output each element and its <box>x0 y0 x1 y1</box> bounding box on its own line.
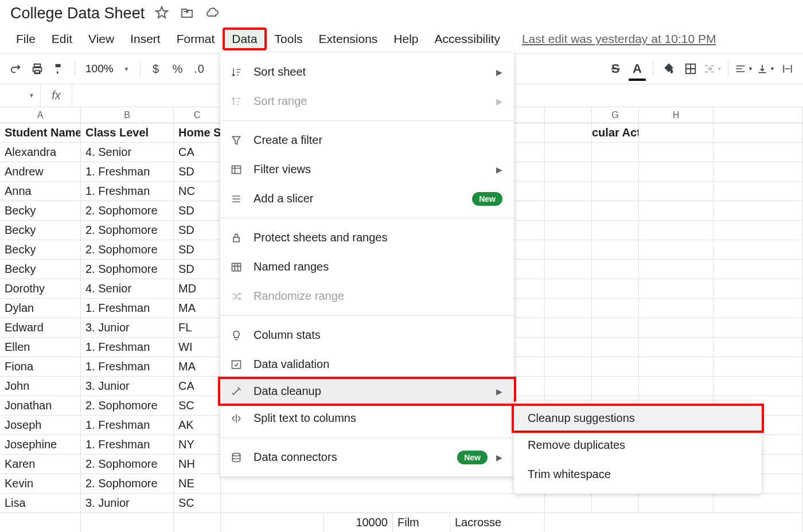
cell[interactable] <box>592 162 639 182</box>
cell[interactable] <box>714 260 803 279</box>
cell[interactable] <box>592 377 639 396</box>
cell[interactable] <box>714 162 803 182</box>
cell[interactable] <box>545 240 592 260</box>
cell[interactable]: 3. Junior <box>81 377 174 396</box>
cell[interactable] <box>592 494 639 513</box>
column-header[interactable]: H <box>639 107 714 123</box>
cell[interactable]: 1. Freshman <box>81 435 174 455</box>
menu-extensions[interactable]: Extensions <box>311 28 386 50</box>
cell[interactable]: Becky <box>0 221 81 240</box>
cell[interactable] <box>714 123 803 143</box>
cell[interactable] <box>714 299 803 318</box>
menu-item-add-a-slicer[interactable]: Add a slicerNew <box>220 184 514 213</box>
cell[interactable] <box>639 318 714 338</box>
cell[interactable]: Dylan <box>0 299 81 318</box>
cell[interactable]: Home S <box>174 123 221 143</box>
menu-item-data-validation[interactable]: Data validation <box>220 350 514 379</box>
cell[interactable]: Becky <box>0 260 81 279</box>
cell[interactable] <box>545 357 592 377</box>
cell[interactable]: WI <box>174 338 221 357</box>
borders-icon[interactable] <box>681 59 700 79</box>
cloud-icon[interactable] <box>205 6 219 22</box>
redo-icon[interactable] <box>6 59 25 79</box>
cell[interactable]: Karen <box>0 455 81 474</box>
cell[interactable]: 2. Sophomore <box>81 201 174 221</box>
cell[interactable] <box>592 260 639 279</box>
menu-data[interactable]: Data <box>223 28 266 50</box>
cell[interactable] <box>639 162 714 182</box>
menu-accessibility[interactable]: Accessibility <box>427 28 508 50</box>
cell[interactable]: Andrew <box>0 162 81 182</box>
cell[interactable]: SD <box>174 240 221 260</box>
cell[interactable]: Alexandra <box>0 143 81 162</box>
cell[interactable] <box>714 318 803 338</box>
cell[interactable] <box>545 162 592 182</box>
cell[interactable] <box>545 318 592 338</box>
submenu-item-trim-whitespace[interactable]: Trim whitespace <box>514 460 762 489</box>
cell[interactable] <box>639 338 714 357</box>
cell[interactable] <box>639 240 714 260</box>
cell[interactable]: 4. Senior <box>81 143 174 162</box>
name-box[interactable] <box>0 92 40 99</box>
cell[interactable]: MD <box>174 279 221 299</box>
cell[interactable]: 4. Senior <box>81 279 174 299</box>
cell[interactable] <box>545 279 592 299</box>
menu-format[interactable]: Format <box>169 28 223 50</box>
cell[interactable] <box>714 357 803 377</box>
menu-item-filter-views[interactable]: Filter views▶ <box>220 155 514 184</box>
wrap-icon[interactable] <box>778 59 797 79</box>
merge-icon[interactable]: ▼ <box>703 59 722 79</box>
menu-item-split-text-to-columns[interactable]: Split text to columns <box>220 404 514 433</box>
cell[interactable]: NH <box>174 455 221 474</box>
cell[interactable] <box>174 513 221 532</box>
cell[interactable] <box>592 221 639 240</box>
cell[interactable] <box>639 377 714 396</box>
fill-color-icon[interactable] <box>659 59 679 79</box>
cell[interactable] <box>714 240 803 260</box>
cell[interactable] <box>639 279 714 299</box>
menu-item-column-stats[interactable]: Column stats <box>220 320 514 350</box>
cell[interactable]: FL <box>174 318 221 338</box>
cell[interactable]: Anna <box>0 182 81 201</box>
cell[interactable] <box>221 513 324 532</box>
cell[interactable] <box>714 182 803 201</box>
column-header[interactable]: A <box>0 107 81 123</box>
cell[interactable]: Class Level <box>81 123 174 143</box>
cell[interactable]: NC <box>174 182 221 201</box>
menu-item-protect-sheets-and-ranges[interactable]: Protect sheets and ranges <box>220 223 514 252</box>
cell[interactable]: MA <box>174 357 221 377</box>
cell[interactable] <box>639 494 714 513</box>
decimal-button[interactable]: .0 <box>190 59 209 79</box>
cell[interactable]: SC <box>174 396 221 416</box>
cell[interactable] <box>221 474 545 494</box>
cell[interactable]: SD <box>174 260 221 279</box>
menu-item-named-ranges[interactable]: Named ranges <box>220 252 514 281</box>
cell[interactable] <box>592 201 639 221</box>
text-color-icon[interactable]: A <box>627 59 647 79</box>
cell[interactable] <box>714 201 803 221</box>
cell[interactable]: 2. Sophomore <box>81 260 174 279</box>
cell[interactable]: Kevin <box>0 474 81 494</box>
cell[interactable] <box>545 513 803 532</box>
cell[interactable] <box>545 201 592 221</box>
cell[interactable] <box>0 513 81 532</box>
menu-insert[interactable]: Insert <box>122 28 169 50</box>
star-icon[interactable] <box>155 6 169 22</box>
cell[interactable]: CA <box>174 143 221 162</box>
cell[interactable]: 1. Freshman <box>81 416 174 435</box>
menu-item-create-a-filter[interactable]: Create a filter <box>220 126 514 155</box>
cell[interactable]: Lacrosse <box>450 513 545 532</box>
cell[interactable] <box>639 201 714 221</box>
cell[interactable] <box>639 260 714 279</box>
cell[interactable]: SD <box>174 201 221 221</box>
cell[interactable]: Jonathan <box>0 396 81 416</box>
cell[interactable] <box>592 318 639 338</box>
cell[interactable] <box>592 279 639 299</box>
cell[interactable] <box>592 240 639 260</box>
cell[interactable] <box>639 182 714 201</box>
cell[interactable] <box>81 513 174 532</box>
menu-view[interactable]: View <box>80 28 122 50</box>
menu-file[interactable]: File <box>8 28 44 50</box>
cell[interactable] <box>545 221 592 240</box>
cell[interactable]: Ellen <box>0 338 81 357</box>
